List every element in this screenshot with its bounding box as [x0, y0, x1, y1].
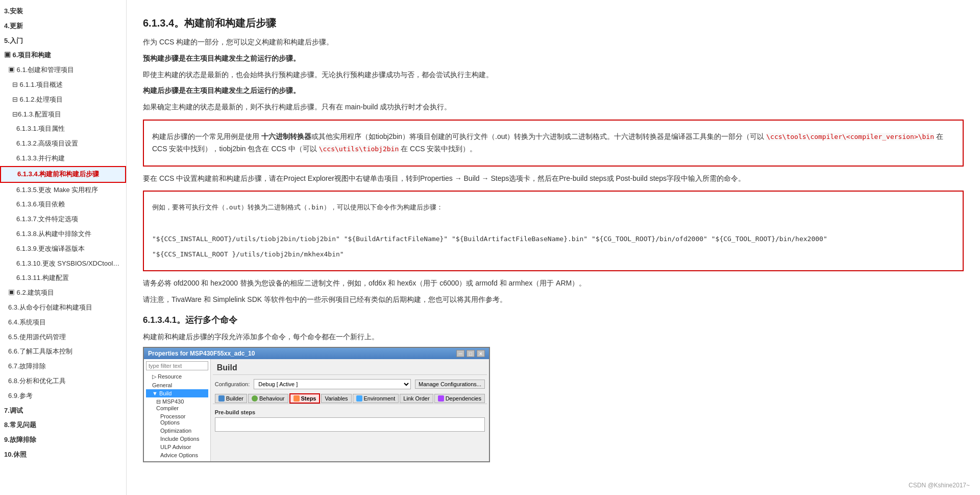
behaviour-icon: [252, 395, 258, 402]
sidebar-item-9[interactable]: 9.故障排除: [0, 433, 126, 447]
tab-link-order[interactable]: Link Order: [400, 394, 433, 403]
code-block-1: 例如，要将可执行文件（.out）转换为二进制格式（.bin），可以使用以下命令作…: [143, 191, 964, 271]
sidebar-item-6-1-3[interactable]: ⊟6.1.3.配置项目: [0, 107, 126, 122]
pre-build-label: Pre-build steps: [215, 409, 485, 415]
tree-build[interactable]: ▼ Build: [146, 389, 208, 397]
code-content-2: "${CCS_INSTALL_ROOT }/utils/tiobj2bin/mk…: [152, 249, 954, 260]
sidebar-item-6-7[interactable]: 6.7.故障排除: [0, 359, 126, 374]
dialog-minimize-btn[interactable]: ─: [456, 350, 464, 357]
tab-variables[interactable]: Variables: [321, 394, 351, 403]
sidebar-item-6-1-3-7[interactable]: 6.1.3.7.文件特定选项: [0, 212, 126, 227]
sidebar-item-10[interactable]: 10.休照: [0, 447, 126, 462]
sidebar-item-6-1-3-9[interactable]: 6.1.3.9.更改编译器版本: [0, 242, 126, 256]
tree-msp430-compiler[interactable]: ⊟ MSP430 Compiler: [146, 397, 208, 412]
sidebar-item-4[interactable]: 4.更新: [0, 19, 126, 34]
sidebar-item-6-1-3-10[interactable]: 6.1.3.10.更改 SYSBIOS/XDCtools 和产品版本: [0, 256, 126, 271]
env-icon: [356, 395, 362, 402]
sidebar: 3.安装 4.更新 5.入门 ▣ 6.项目和构建 ▣ 6.1.创建和管理项目 ⊟…: [0, 0, 127, 495]
dialog-controls[interactable]: ─ □ ×: [456, 350, 485, 357]
sidebar-item-6-1-3-8[interactable]: 6.1.3.8.从构建中排除文件: [0, 227, 126, 242]
section-title: 6.1.3.4。构建前和构建后步骤: [143, 16, 964, 30]
code-content: "${CCS_INSTALL_ROOT}/utils/tiobj2bin/tio…: [152, 233, 954, 245]
tree-processor-options[interactable]: Processor Options: [146, 412, 208, 427]
setup-instruction: 要在 CCS 中设置构建前和构建后步骤，请在Project Explorer视图…: [143, 173, 964, 185]
sidebar-item-6-5[interactable]: 6.5.使用源代码管理: [0, 330, 126, 345]
sidebar-item-6-1-3-6[interactable]: 6.1.3.6.项目依赖: [0, 197, 126, 212]
replace-note: 请务必将 ofd2000 和 hex2000 替换为您设备的相应二进制文件，例如…: [143, 277, 964, 290]
dialog-titlebar: Properties for MSP430F55xx_adc_10 ─ □ ×: [144, 348, 489, 359]
tree-resource[interactable]: ▷ Resource: [146, 372, 208, 381]
sub-section-title: 6.1.3.4.1。运行多个命令: [143, 314, 964, 326]
dialog-close-btn[interactable]: ×: [477, 350, 485, 357]
dialog-right-panel: Build Configuration: Debug [ Active ] Ma…: [211, 359, 489, 461]
dialog-title: Properties for MSP430F55xx_adc_10: [148, 350, 255, 357]
manage-configurations-btn[interactable]: Manage Configurations...: [415, 380, 485, 389]
sidebar-item-6-1-3-3[interactable]: 6.1.3.3.并行构建: [0, 151, 126, 166]
builder-icon: [218, 395, 225, 402]
config-select[interactable]: Debug [ Active ]: [254, 379, 411, 389]
sidebar-item-6-1-3-5[interactable]: 6.1.3.5.更改 Make 实用程序: [0, 183, 126, 198]
sidebar-item-6-1[interactable]: ▣ 6.1.创建和管理项目: [0, 63, 126, 78]
tab-builder[interactable]: Builder: [215, 394, 247, 403]
tree-ulp-advisor[interactable]: ULP Advisor: [146, 443, 208, 451]
build-header: Build: [213, 361, 487, 375]
sidebar-item-5[interactable]: 5.入门: [0, 34, 126, 49]
tree-general[interactable]: General: [146, 381, 208, 389]
steps-icon: [293, 395, 300, 402]
post-build-detail: 如果确定主构建的状态是最新的，则不执行构建后步骤。只有在 main-build …: [143, 101, 964, 113]
sidebar-item-7[interactable]: 7.调试: [0, 404, 126, 418]
intro-text: 作为 CCS 构建的一部分，您可以定义构建前和构建后步骤。: [143, 36, 964, 49]
sidebar-item-8[interactable]: 8.常见问题: [0, 418, 126, 433]
dep-icon: [438, 395, 444, 402]
sidebar-item-6-1-1[interactable]: ⊟ 6.1.1.项目概述: [0, 78, 126, 92]
config-label: Configuration:: [215, 381, 250, 387]
dialog-body: ▷ Resource General ▼ Build ⊟ MSP430 Comp…: [144, 359, 489, 461]
tab-steps[interactable]: Steps: [289, 393, 321, 404]
multi-cmd-note: 构建前和构建后步骤的字段允许添加多个命令，每个命令都在一个新行上。: [143, 331, 964, 343]
sidebar-item-6-1-3-1[interactable]: 6.1.3.1.项目属性: [0, 122, 126, 136]
pre-build-input[interactable]: [215, 417, 485, 432]
properties-dialog: Properties for MSP430F55xx_adc_10 ─ □ × …: [143, 347, 490, 462]
tree-advice-options[interactable]: Advice Options: [146, 451, 208, 459]
sidebar-item-6-1-2[interactable]: ⊟ 6.1.2.处理项目: [0, 92, 126, 107]
sidebar-item-6-1-3-4[interactable]: 6.1.3.4.构建前和构建后步骤: [0, 166, 126, 183]
highlight1-text: 构建后步骤的一个常见用例是使用 十六进制转换器或其他实用程序（如tiobj2bi…: [152, 131, 954, 155]
pre-build-section: Pre-build steps: [213, 407, 487, 434]
sidebar-item-6-3[interactable]: 6.3.从命令行创建和构建项目: [0, 300, 126, 315]
sidebar-item-6-4[interactable]: 6.4.系统项目: [0, 315, 126, 330]
sidebar-item-6-1-3-11[interactable]: 6.1.3.11.构建配置: [0, 271, 126, 286]
post-build-bold: 构建后步骤是在主项目构建发生之后运行的步骤。: [143, 85, 964, 97]
highlight-box-1: 构建后步骤的一个常见用例是使用 十六进制转换器或其他实用程序（如tiobj2bi…: [143, 120, 964, 167]
tab-behaviour[interactable]: Behaviour: [248, 394, 288, 403]
sidebar-item-3[interactable]: 3.安装: [0, 4, 126, 19]
dialog-maximize-btn[interactable]: □: [467, 350, 475, 357]
dialog-left-panel: ▷ Resource General ▼ Build ⊟ MSP430 Comp…: [144, 359, 211, 461]
code-intro: 例如，要将可执行文件（.out）转换为二进制格式（.bin），可以使用以下命令作…: [152, 202, 954, 213]
sidebar-item-6-6[interactable]: 6.6.了解工具版本控制: [0, 344, 126, 359]
tab-dependencies[interactable]: Dependencies: [434, 394, 485, 403]
filter-input[interactable]: [146, 361, 208, 370]
tivaware-note: 请注意，TivaWare 和 Simplelink SDK 等软件包中的一些示例…: [143, 294, 964, 306]
sidebar-item-6-1-3-2[interactable]: 6.1.3.2.高级项目设置: [0, 136, 126, 151]
pre-build-bold: 预构建步骤是在主项目构建发生之前运行的步骤。: [143, 53, 964, 65]
main-content: 6.1.3.4。构建前和构建后步骤 作为 CCS 构建的一部分，您可以定义构建前…: [127, 0, 980, 495]
sidebar-item-6-2[interactable]: ▣ 6.2.建筑项目: [0, 286, 126, 300]
tree-include-options[interactable]: Include Options: [146, 435, 208, 443]
sidebar-item-6-8[interactable]: 6.8.分析和优化工具: [0, 374, 126, 389]
sidebar-item-6[interactable]: ▣ 6.项目和构建: [0, 48, 126, 63]
tabs-row: Builder Behaviour Steps Variables Enviro…: [213, 393, 487, 404]
config-row: Configuration: Debug [ Active ] Manage C…: [213, 379, 487, 389]
tab-environment[interactable]: Environment: [353, 394, 399, 403]
tree-optimization[interactable]: Optimization: [146, 427, 208, 435]
pre-build-detail: 即使主构建的状态是最新的，也会始终执行预构建步骤。无论执行预构建步骤成功与否，都…: [143, 69, 964, 81]
sidebar-item-6-9[interactable]: 6.9.参考: [0, 389, 126, 404]
